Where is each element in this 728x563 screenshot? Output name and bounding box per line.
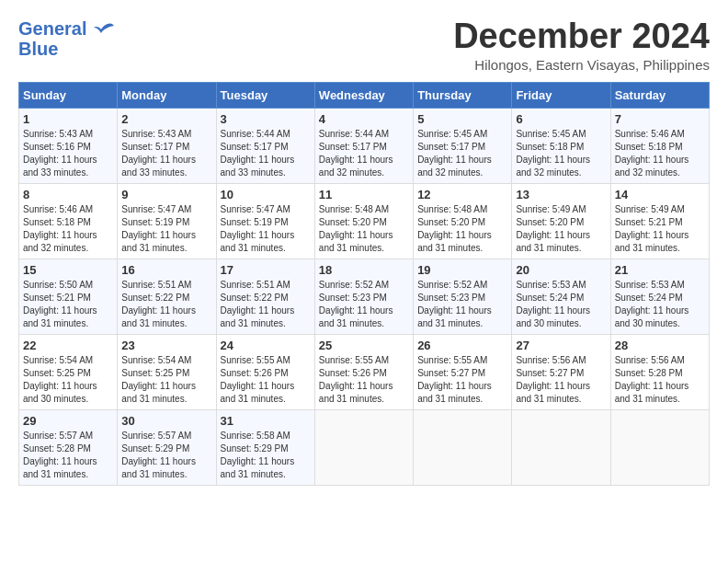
day-info: Sunrise: 5:44 AM Sunset: 5:17 PM Dayligh… bbox=[319, 128, 409, 179]
day-number: 17 bbox=[221, 263, 311, 277]
weekday-header: Wednesday bbox=[314, 83, 413, 109]
calendar-cell: 30Sunrise: 5:57 AM Sunset: 5:29 PM Dayli… bbox=[118, 410, 216, 486]
calendar-cell: 12Sunrise: 5:48 AM Sunset: 5:20 PM Dayli… bbox=[414, 184, 512, 259]
day-info: Sunrise: 5:51 AM Sunset: 5:22 PM Dayligh… bbox=[121, 279, 211, 330]
weekday-header: Tuesday bbox=[216, 83, 314, 109]
calendar-cell: 2Sunrise: 5:43 AM Sunset: 5:17 PM Daylig… bbox=[118, 109, 216, 184]
day-number: 22 bbox=[23, 339, 113, 352]
calendar-cell: 21Sunrise: 5:53 AM Sunset: 5:24 PM Dayli… bbox=[610, 259, 709, 335]
calendar-cell: 1Sunrise: 5:43 AM Sunset: 5:16 PM Daylig… bbox=[19, 109, 118, 184]
calendar-cell: 11Sunrise: 5:48 AM Sunset: 5:20 PM Dayli… bbox=[314, 184, 413, 259]
day-number: 4 bbox=[319, 112, 409, 126]
calendar-cell bbox=[414, 410, 512, 486]
day-info: Sunrise: 5:49 AM Sunset: 5:20 PM Dayligh… bbox=[516, 203, 606, 255]
calendar-cell: 13Sunrise: 5:49 AM Sunset: 5:20 PM Dayli… bbox=[512, 184, 610, 259]
calendar-cell bbox=[512, 410, 610, 486]
day-info: Sunrise: 5:51 AM Sunset: 5:22 PM Dayligh… bbox=[221, 279, 311, 330]
day-number: 14 bbox=[615, 188, 705, 201]
calendar-header: SundayMondayTuesdayWednesdayThursdayFrid… bbox=[19, 83, 710, 109]
day-info: Sunrise: 5:50 AM Sunset: 5:21 PM Dayligh… bbox=[23, 279, 113, 330]
day-number: 28 bbox=[615, 339, 705, 352]
day-info: Sunrise: 5:54 AM Sunset: 5:25 PM Dayligh… bbox=[121, 354, 211, 406]
day-number: 9 bbox=[121, 188, 211, 201]
calendar-cell: 18Sunrise: 5:52 AM Sunset: 5:23 PM Dayli… bbox=[314, 259, 413, 335]
logo-general: General bbox=[18, 18, 86, 39]
day-number: 13 bbox=[516, 188, 606, 201]
day-number: 21 bbox=[615, 263, 705, 277]
day-number: 8 bbox=[23, 188, 113, 201]
logo: General Blue bbox=[18, 18, 114, 59]
day-number: 25 bbox=[319, 339, 409, 352]
calendar-cell: 20Sunrise: 5:53 AM Sunset: 5:24 PM Dayli… bbox=[512, 259, 610, 335]
calendar-cell: 24Sunrise: 5:55 AM Sunset: 5:26 PM Dayli… bbox=[216, 335, 314, 410]
day-number: 3 bbox=[221, 112, 311, 126]
day-info: Sunrise: 5:49 AM Sunset: 5:21 PM Dayligh… bbox=[615, 203, 705, 255]
day-info: Sunrise: 5:47 AM Sunset: 5:19 PM Dayligh… bbox=[121, 203, 211, 255]
day-info: Sunrise: 5:48 AM Sunset: 5:20 PM Dayligh… bbox=[319, 203, 409, 255]
calendar-cell: 6Sunrise: 5:45 AM Sunset: 5:18 PM Daylig… bbox=[512, 109, 610, 184]
day-number: 5 bbox=[417, 112, 507, 126]
day-info: Sunrise: 5:56 AM Sunset: 5:28 PM Dayligh… bbox=[615, 354, 705, 406]
day-info: Sunrise: 5:47 AM Sunset: 5:19 PM Dayligh… bbox=[221, 203, 311, 255]
calendar-cell: 4Sunrise: 5:44 AM Sunset: 5:17 PM Daylig… bbox=[314, 109, 413, 184]
calendar-cell: 27Sunrise: 5:56 AM Sunset: 5:27 PM Dayli… bbox=[512, 335, 610, 410]
calendar-cell: 22Sunrise: 5:54 AM Sunset: 5:25 PM Dayli… bbox=[19, 335, 118, 410]
day-info: Sunrise: 5:46 AM Sunset: 5:18 PM Dayligh… bbox=[615, 128, 705, 179]
month-title: December 2024 bbox=[453, 18, 710, 53]
day-info: Sunrise: 5:45 AM Sunset: 5:17 PM Dayligh… bbox=[417, 128, 507, 179]
day-number: 20 bbox=[516, 263, 606, 277]
day-number: 19 bbox=[417, 263, 507, 277]
day-number: 15 bbox=[23, 263, 113, 277]
weekday-header: Friday bbox=[512, 83, 610, 109]
day-number: 10 bbox=[221, 188, 311, 201]
day-info: Sunrise: 5:46 AM Sunset: 5:18 PM Dayligh… bbox=[23, 203, 113, 255]
day-number: 16 bbox=[121, 263, 211, 277]
calendar-cell: 3Sunrise: 5:44 AM Sunset: 5:17 PM Daylig… bbox=[216, 109, 314, 184]
calendar-week: 29Sunrise: 5:57 AM Sunset: 5:28 PM Dayli… bbox=[19, 410, 710, 486]
calendar-cell: 17Sunrise: 5:51 AM Sunset: 5:22 PM Dayli… bbox=[216, 259, 314, 335]
calendar-cell: 23Sunrise: 5:54 AM Sunset: 5:25 PM Dayli… bbox=[118, 335, 216, 410]
calendar-cell: 10Sunrise: 5:47 AM Sunset: 5:19 PM Dayli… bbox=[216, 184, 314, 259]
calendar-cell: 15Sunrise: 5:50 AM Sunset: 5:21 PM Dayli… bbox=[19, 259, 118, 335]
calendar-cell: 25Sunrise: 5:55 AM Sunset: 5:26 PM Dayli… bbox=[314, 335, 413, 410]
day-info: Sunrise: 5:57 AM Sunset: 5:29 PM Dayligh… bbox=[121, 430, 211, 481]
day-info: Sunrise: 5:52 AM Sunset: 5:23 PM Dayligh… bbox=[319, 279, 409, 330]
calendar-cell: 14Sunrise: 5:49 AM Sunset: 5:21 PM Dayli… bbox=[610, 184, 709, 259]
weekday-header: Thursday bbox=[414, 83, 512, 109]
day-info: Sunrise: 5:45 AM Sunset: 5:18 PM Dayligh… bbox=[516, 128, 606, 179]
day-number: 7 bbox=[615, 112, 705, 126]
weekday-header: Sunday bbox=[19, 83, 118, 109]
calendar-cell: 29Sunrise: 5:57 AM Sunset: 5:28 PM Dayli… bbox=[19, 410, 118, 486]
calendar-cell bbox=[610, 410, 709, 486]
day-info: Sunrise: 5:57 AM Sunset: 5:28 PM Dayligh… bbox=[23, 430, 113, 481]
day-number: 2 bbox=[121, 112, 211, 126]
day-info: Sunrise: 5:54 AM Sunset: 5:25 PM Dayligh… bbox=[23, 354, 113, 406]
location: Hilongos, Eastern Visayas, Philippines bbox=[453, 57, 710, 73]
calendar-week: 1Sunrise: 5:43 AM Sunset: 5:16 PM Daylig… bbox=[19, 109, 710, 184]
calendar-cell bbox=[314, 410, 413, 486]
day-info: Sunrise: 5:48 AM Sunset: 5:20 PM Dayligh… bbox=[417, 203, 507, 255]
day-info: Sunrise: 5:52 AM Sunset: 5:23 PM Dayligh… bbox=[417, 279, 507, 330]
day-info: Sunrise: 5:53 AM Sunset: 5:24 PM Dayligh… bbox=[516, 279, 606, 330]
calendar-cell: 28Sunrise: 5:56 AM Sunset: 5:28 PM Dayli… bbox=[610, 335, 709, 410]
calendar-table: SundayMondayTuesdayWednesdayThursdayFrid… bbox=[18, 82, 710, 486]
day-info: Sunrise: 5:55 AM Sunset: 5:27 PM Dayligh… bbox=[417, 354, 507, 406]
day-number: 24 bbox=[221, 339, 311, 352]
day-number: 1 bbox=[23, 112, 113, 126]
day-info: Sunrise: 5:55 AM Sunset: 5:26 PM Dayligh… bbox=[221, 354, 311, 406]
day-info: Sunrise: 5:55 AM Sunset: 5:26 PM Dayligh… bbox=[319, 354, 409, 406]
calendar-cell: 26Sunrise: 5:55 AM Sunset: 5:27 PM Dayli… bbox=[414, 335, 512, 410]
calendar-week: 8Sunrise: 5:46 AM Sunset: 5:18 PM Daylig… bbox=[19, 184, 710, 259]
day-info: Sunrise: 5:43 AM Sunset: 5:16 PM Dayligh… bbox=[23, 128, 113, 179]
day-info: Sunrise: 5:58 AM Sunset: 5:29 PM Dayligh… bbox=[221, 430, 311, 481]
calendar-cell: 31Sunrise: 5:58 AM Sunset: 5:29 PM Dayli… bbox=[216, 410, 314, 486]
logo-blue: Blue bbox=[18, 39, 114, 59]
calendar-week: 22Sunrise: 5:54 AM Sunset: 5:25 PM Dayli… bbox=[19, 335, 710, 410]
calendar-cell: 8Sunrise: 5:46 AM Sunset: 5:18 PM Daylig… bbox=[19, 184, 118, 259]
calendar-body: 1Sunrise: 5:43 AM Sunset: 5:16 PM Daylig… bbox=[19, 109, 710, 486]
day-number: 23 bbox=[121, 339, 211, 352]
calendar-cell: 16Sunrise: 5:51 AM Sunset: 5:22 PM Dayli… bbox=[118, 259, 216, 335]
day-number: 11 bbox=[319, 188, 409, 201]
calendar-cell: 19Sunrise: 5:52 AM Sunset: 5:23 PM Dayli… bbox=[414, 259, 512, 335]
day-info: Sunrise: 5:44 AM Sunset: 5:17 PM Dayligh… bbox=[221, 128, 311, 179]
